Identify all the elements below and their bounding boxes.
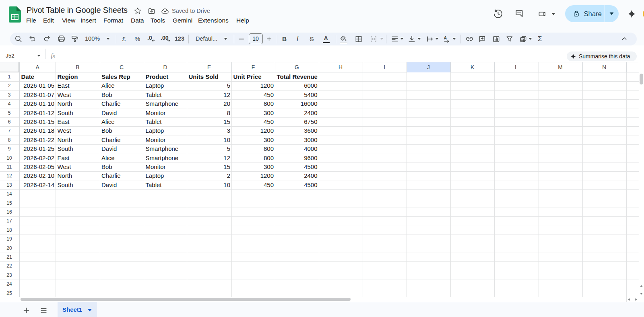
svg-text:A: A: [444, 35, 447, 40]
